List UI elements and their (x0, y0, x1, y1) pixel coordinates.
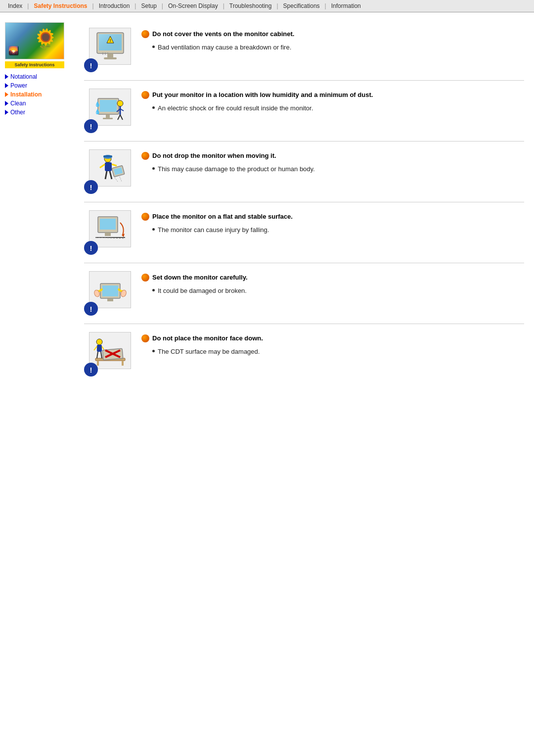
safety-heading-text-2: Put your monitor in a location with low … (152, 91, 373, 99)
svg-line-33 (120, 177, 122, 182)
svg-line-19 (120, 115, 123, 120)
safety-bullet-6: The CDT surface may be damaged. (152, 347, 524, 357)
sidebar-nav: Notational Power Installation Clean Othe… (5, 72, 74, 117)
sidebar: 🌻 🌄 Safety Instructions Notational Power… (0, 17, 79, 394)
bullet-dot-4 (152, 228, 155, 231)
nav-setup[interactable]: Setup (137, 1, 160, 10)
safety-item-4: ! Place the monitor on a flat and stable… (84, 202, 524, 263)
svg-rect-7 (104, 57, 117, 59)
safety-icon-5 (141, 274, 149, 282)
arrow-icon-installation (5, 92, 8, 97)
nav-sep-7: | (324, 2, 327, 9)
nav-sep-4: | (161, 2, 164, 9)
safety-bullet-text-2: An electric shock or fire could result i… (158, 103, 313, 113)
svg-line-28 (105, 171, 107, 179)
illus-badge-5: ! (84, 302, 98, 316)
safety-icon-4 (141, 213, 149, 221)
illus-image-4 (89, 210, 131, 247)
safety-bullet-2: An electric shock or fire could result i… (152, 103, 524, 113)
illus-badge-3: ! (84, 180, 98, 194)
sidebar-item-installation[interactable]: Installation (5, 90, 74, 99)
nav-index[interactable]: Index (4, 1, 26, 10)
safety-heading-4: Place the monitor on a flat and stable s… (141, 212, 524, 221)
nav-sep-5: | (222, 2, 225, 9)
illustration-1: ! ! (84, 28, 134, 72)
sidebar-item-clean[interactable]: Clean (5, 99, 74, 108)
svg-rect-47 (122, 361, 124, 366)
safety-icon-6 (141, 334, 149, 342)
svg-text:!: ! (109, 38, 111, 43)
navbar: Index | Safety Instructions | Introducti… (0, 0, 534, 12)
svg-rect-6 (107, 53, 113, 57)
bullet-dot-6 (152, 350, 155, 352)
safety-bullet-1: Bad ventilation may cause a breakdown or… (152, 43, 524, 52)
arrow-icon-power (5, 83, 8, 88)
svg-line-56 (101, 352, 102, 358)
svg-rect-52 (97, 345, 102, 352)
svg-rect-13 (103, 118, 113, 119)
nav-safety-instructions[interactable]: Safety Instructions (30, 1, 91, 10)
svg-line-32 (115, 178, 118, 182)
svg-rect-41 (102, 285, 118, 296)
illus-image-6 (89, 332, 131, 369)
svg-line-53 (94, 346, 97, 350)
safety-heading-text-3: Do not drop the monitor when moving it. (152, 151, 276, 160)
safety-heading-6: Do not place the monitor face down. (141, 334, 524, 343)
sidebar-label-power: Power (10, 82, 27, 89)
safety-text-6: Do not place the monitor face down. The … (141, 332, 524, 357)
nav-sep-2: | (91, 2, 95, 9)
svg-point-51 (96, 339, 102, 345)
safety-item-1: ! ! Do not cover the vents on the monito… (84, 20, 524, 81)
main-container: 🌻 🌄 Safety Instructions Notational Power… (0, 12, 534, 399)
svg-rect-36 (105, 233, 111, 236)
safety-bullet-text-1: Bad ventilation may cause a breakdown or… (158, 43, 291, 52)
safety-heading-text-4: Place the monitor on a flat and stable s… (152, 212, 293, 221)
monitor-vent-svg: ! (93, 30, 128, 62)
svg-rect-12 (106, 114, 110, 118)
nav-sep-1: | (26, 2, 30, 9)
safety-text-1: Do not cover the vents on the monitor ca… (141, 28, 524, 52)
safety-item-6: ! Do not place the monitor face down. Th… (84, 324, 524, 384)
safety-heading-1: Do not cover the vents on the monitor ca… (141, 30, 524, 39)
safety-text-5: Set down the monitor carefully. It could… (141, 271, 524, 296)
drop-monitor-svg (93, 152, 128, 184)
svg-rect-24 (103, 155, 112, 157)
illus-badge-4: ! (84, 241, 98, 255)
svg-rect-35 (100, 219, 116, 230)
bullet-dot-2 (152, 106, 155, 109)
nav-on-screen-display[interactable]: On-Screen Display (164, 1, 222, 10)
illustration-5: ! (84, 271, 134, 316)
bullet-dot-5 (152, 289, 155, 291)
bullet-dot-1 (152, 46, 155, 48)
svg-line-18 (118, 115, 120, 120)
illus-badge-6: ! (84, 363, 98, 377)
safety-heading-text-5: Set down the monitor carefully. (152, 273, 248, 282)
safety-item-2: 💧 💧 ! Put your monitor in a location wit… (84, 81, 524, 142)
safety-heading-5: Set down the monitor carefully. (141, 273, 524, 282)
nav-specifications[interactable]: Specifications (279, 1, 324, 10)
content-area: ! ! Do not cover the vents on the monito… (79, 17, 534, 394)
safety-text-4: Place the monitor on a flat and stable s… (141, 210, 524, 235)
bullet-dot-3 (152, 167, 155, 170)
safety-item-3: ! Do not drop the monitor when moving it… (84, 142, 524, 202)
nav-information[interactable]: Information (327, 1, 365, 10)
safety-bullet-text-4: The monitor can cause injury by falling. (158, 225, 269, 235)
sidebar-item-power[interactable]: Power (5, 81, 74, 90)
illustration-3: ! (84, 149, 134, 194)
safety-heading-text-1: Do not cover the vents on the monitor ca… (152, 30, 294, 39)
arrow-icon-other (5, 110, 8, 115)
nav-introduction[interactable]: Introduction (95, 1, 134, 10)
svg-line-26 (100, 164, 105, 168)
sidebar-label-notational: Notational (10, 73, 37, 80)
face-down-svg (93, 334, 128, 367)
sidebar-item-notational[interactable]: Notational (5, 72, 74, 81)
safety-text-2: Put your monitor in a location with low … (141, 89, 524, 113)
nav-sep-3: | (134, 2, 137, 9)
svg-point-14 (117, 100, 123, 106)
nav-troubleshooting[interactable]: Troubleshooting (225, 1, 276, 10)
safety-icon-3 (141, 152, 149, 160)
safety-heading-3: Do not drop the monitor when moving it. (141, 151, 524, 160)
sidebar-label-other: Other (10, 109, 25, 116)
arrow-icon-notational (5, 74, 8, 79)
sidebar-item-other[interactable]: Other (5, 108, 74, 117)
